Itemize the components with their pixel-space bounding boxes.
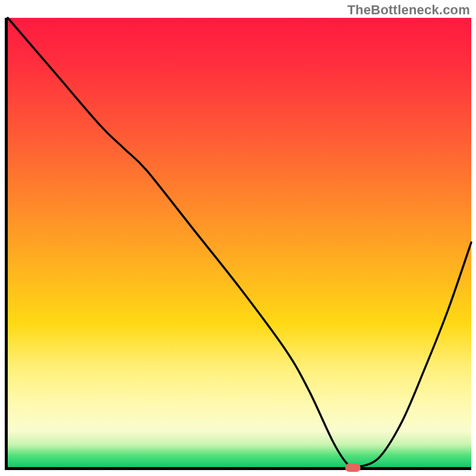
chart-container: TheBottleneck.com xyxy=(0,0,476,476)
bottleneck-curve xyxy=(8,18,471,467)
minimum-marker xyxy=(345,464,361,472)
plot-area xyxy=(5,18,471,470)
watermark-text: TheBottleneck.com xyxy=(347,2,470,18)
